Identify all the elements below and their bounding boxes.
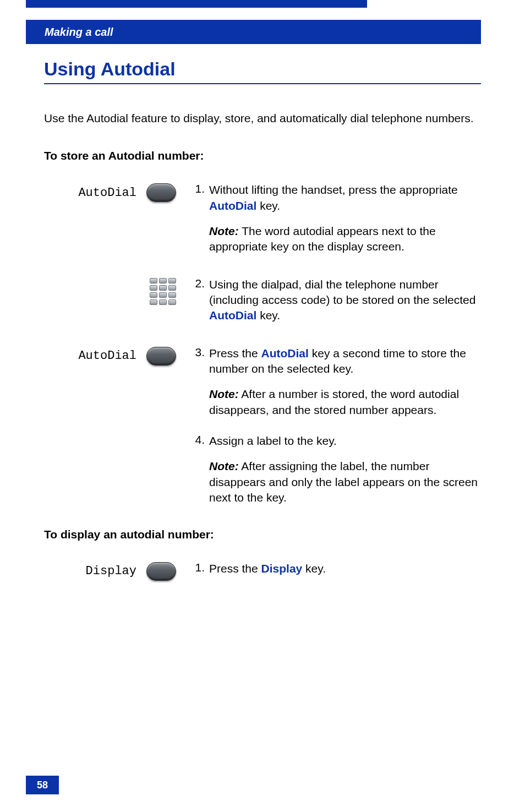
dialpad-icon [150, 278, 176, 305]
display-heading: To display an autodial number: [44, 528, 481, 541]
top-accent-bar [26, 0, 367, 8]
note-label: Note: [209, 225, 239, 237]
empty-illustration [44, 433, 193, 505]
page-number: 58 [26, 776, 59, 794]
section-title: Making a call [45, 26, 113, 39]
store-step-4: 4. Assign a label to the key. Note: Afte… [44, 433, 481, 505]
store-step-3: AutoDial 3. Press the AutoDial key a sec… [44, 346, 481, 418]
display-step-1: Display 1. Press the Display key. [44, 561, 481, 581]
dialpad-illustration [44, 277, 193, 324]
step-text: Without lifting the handset, press the a… [209, 182, 481, 254]
keyword-autodial: AutoDial [209, 309, 256, 321]
note-label: Note: [209, 388, 239, 400]
step-number: 4. [193, 433, 209, 505]
key-illustration: Display [44, 561, 193, 581]
softkey-button-icon [146, 562, 176, 581]
content: Using Autodial Use the Autodial feature … [44, 58, 481, 603]
section-header: Making a call [26, 20, 481, 44]
store-step-1: AutoDial 1. Without lifting the handset,… [44, 182, 481, 254]
page-title: Using Autodial [44, 58, 481, 84]
keyword-autodial: AutoDial [209, 199, 256, 212]
softkey-button-icon [146, 183, 176, 202]
step-text: Press the Display key. [209, 561, 481, 581]
store-heading: To store an Autodial number: [44, 149, 481, 162]
intro-text: Use the Autodial feature to display, sto… [44, 111, 481, 126]
key-illustration: AutoDial [44, 182, 193, 254]
softkey-button-icon [146, 347, 176, 366]
keyword-display: Display [261, 562, 303, 575]
step-number: 1. [193, 182, 209, 254]
step-text: Using the dialpad, dial the telephone nu… [209, 277, 481, 324]
store-step-2: 2. Using the dialpad, dial the telephone… [44, 277, 481, 324]
softkey-label: AutoDial [78, 349, 136, 363]
step-number: 2. [193, 277, 209, 324]
step-text: Assign a label to the key. Note: After a… [209, 433, 481, 505]
step-text: Press the AutoDial key a second time to … [209, 346, 481, 418]
softkey-label: Display [86, 564, 136, 578]
step-number: 1. [193, 561, 209, 581]
step-number: 3. [193, 346, 209, 418]
note-label: Note: [209, 460, 239, 472]
page: Making a call Using Autodial Use the Aut… [0, 0, 525, 812]
keyword-autodial: AutoDial [261, 347, 309, 359]
key-illustration: AutoDial [44, 346, 193, 418]
softkey-label: AutoDial [78, 186, 136, 200]
